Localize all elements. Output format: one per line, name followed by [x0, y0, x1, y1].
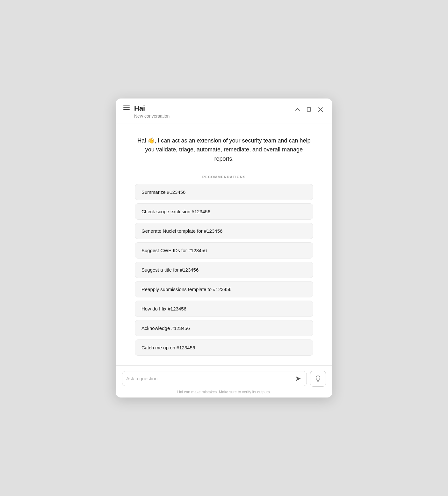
chat-window: Hai New conversation — [116, 98, 332, 398]
main-content: Hai 👋, I can act as an extension of your… — [116, 123, 332, 365]
conversation-subtitle: New conversation — [134, 113, 170, 119]
expand-button[interactable] — [305, 106, 313, 114]
input-wrapper — [122, 371, 307, 386]
hamburger-icon[interactable] — [123, 106, 130, 110]
send-button[interactable] — [294, 374, 303, 383]
collapse-button[interactable] — [293, 106, 302, 114]
svg-rect-0 — [307, 108, 311, 111]
footer: Hai can make mistakes. Make sure to veri… — [116, 365, 332, 398]
recommendation-item[interactable]: Check scope exclusion #123456 — [135, 203, 313, 220]
header-title-group: Hai New conversation — [134, 104, 170, 118]
question-input[interactable] — [126, 371, 294, 386]
app-title: Hai — [134, 104, 170, 113]
recommendation-item[interactable]: How do I fix #123456 — [135, 301, 313, 317]
header-actions — [293, 106, 325, 114]
recommendation-item[interactable]: Catch me up on #123456 — [135, 339, 313, 356]
recommendation-item[interactable]: Suggest a title for #123456 — [135, 262, 313, 278]
footer-disclaimer: Hai can make mistakes. Make sure to veri… — [122, 390, 326, 394]
header-left: Hai New conversation — [123, 104, 170, 118]
recommendation-item[interactable]: Reapply submissions template to #123456 — [135, 281, 313, 297]
recommendations-label: RECOMMENDATIONS — [202, 175, 246, 179]
bulb-button[interactable] — [310, 371, 326, 387]
recommendation-item[interactable]: Acknowledge #123456 — [135, 320, 313, 336]
recommendation-item[interactable]: Summarize #123456 — [135, 184, 313, 200]
recommendation-item[interactable]: Generate Nuclei template for #123456 — [135, 223, 313, 239]
input-row — [122, 371, 326, 387]
recommendations-section: RECOMMENDATIONS Summarize #123456Check s… — [135, 175, 313, 356]
recommendation-item[interactable]: Suggest CWE IDs for #123456 — [135, 242, 313, 259]
recommendation-list: Summarize #123456Check scope exclusion #… — [135, 184, 313, 356]
intro-text: Hai 👋, I can act as an extension of your… — [135, 136, 313, 164]
close-button[interactable] — [316, 106, 325, 114]
header: Hai New conversation — [116, 98, 332, 123]
